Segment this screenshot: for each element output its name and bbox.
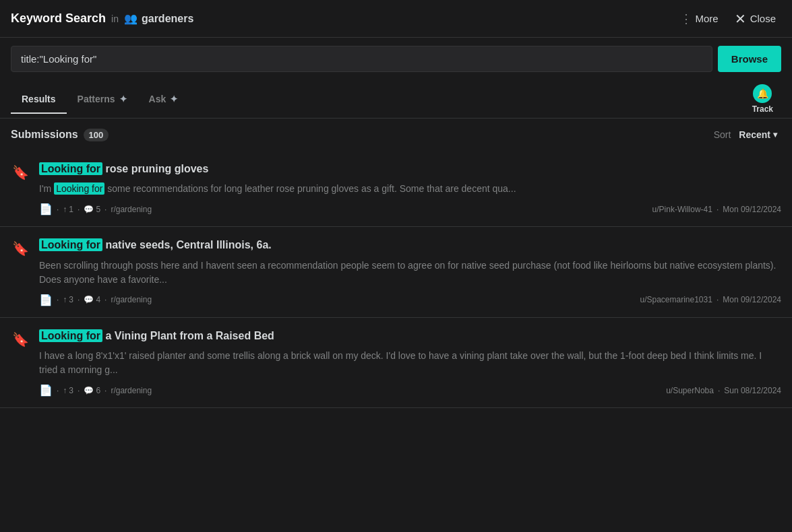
- track-label: Track: [752, 104, 773, 114]
- doc-icon: 📄: [39, 203, 53, 215]
- title-highlight: Looking for: [39, 329, 102, 342]
- votes: ↑ 3: [63, 295, 73, 304]
- comments: 💬 6: [84, 386, 100, 395]
- result-body: Been scrolling through posts here and I …: [39, 259, 781, 287]
- user: u/SuperNoba: [666, 386, 714, 395]
- title-rest: native seeds, Central Illinois, 6a.: [102, 239, 272, 251]
- submissions-label: Submissions: [11, 129, 78, 141]
- comments: 💬 5: [84, 205, 100, 214]
- search-input[interactable]: [11, 46, 712, 72]
- sparkle-icon-ask: ✦: [170, 94, 178, 104]
- dot-separator: ·: [104, 295, 106, 304]
- doc-icon: 📄: [39, 384, 53, 397]
- title-rest: rose pruning gloves: [102, 163, 208, 174]
- subreddit: r/gardening: [111, 205, 152, 214]
- tab-results[interactable]: Results: [11, 84, 67, 114]
- sort-section: Sort Recent ▾: [714, 127, 781, 143]
- result-content: Looking for native seeds, Central Illino…: [39, 238, 781, 306]
- subreddit: r/gardening: [111, 386, 152, 395]
- body-rest-1: some recommendations for long leather ro…: [104, 183, 516, 194]
- vote-count: 1: [69, 205, 73, 214]
- dot-separator: ·: [78, 205, 80, 214]
- date: Mon 09/12/2024: [723, 295, 781, 304]
- meta-right: u/Pink-Willow-41 · Mon 09/12/2024: [652, 205, 781, 214]
- bookmark-icon: 🔖: [11, 163, 30, 182]
- result-title: Looking for a Vining Plant from a Raised…: [39, 329, 781, 343]
- result-meta: 📄 · ↑ 1 · 💬 5 · r/gardening u/Pink-Willo…: [39, 203, 781, 215]
- bookmark-icon: 🔖: [11, 239, 30, 258]
- tab-ask[interactable]: Ask ✦: [138, 84, 189, 114]
- close-button[interactable]: ✕ Close: [729, 8, 781, 30]
- result-title: Looking for rose pruning gloves: [39, 162, 781, 176]
- browse-button[interactable]: Browse: [718, 46, 781, 72]
- sort-label: Sort: [714, 129, 731, 140]
- tab-ask-label: Ask: [149, 94, 166, 104]
- comment-count: 4: [96, 295, 100, 304]
- upvote-icon: ↑: [63, 386, 67, 395]
- header: Keyword Search in 👥 gardeners ⋮ More ✕ C…: [0, 0, 792, 38]
- header-group[interactable]: 👥 gardeners: [124, 12, 193, 25]
- sort-value: Recent: [739, 129, 770, 140]
- user: u/Pink-Willow-41: [652, 205, 712, 214]
- title-highlight: Looking for: [39, 238, 102, 251]
- result-body: I have a long 8'x1'x1' raised planter an…: [39, 349, 781, 377]
- dot-separator: ·: [717, 205, 719, 214]
- meta-right: u/Spacemarine1031 · Mon 09/12/2024: [640, 295, 781, 304]
- title-highlight: Looking for: [39, 162, 102, 175]
- tab-patterns-label: Patterns: [78, 94, 115, 104]
- results-header: Submissions 100 Sort Recent ▾: [0, 119, 792, 151]
- vote-count: 3: [69, 386, 73, 395]
- page-title: Keyword Search: [11, 11, 106, 26]
- meta-right: u/SuperNoba · Sun 08/12/2024: [666, 386, 781, 395]
- dot-separator: ·: [104, 386, 106, 395]
- count-badge: 100: [84, 129, 109, 141]
- bookmark-icon: 🔖: [11, 330, 30, 349]
- dot-separator: ·: [78, 295, 80, 304]
- result-item[interactable]: 🔖 Looking for native seeds, Central Illi…: [0, 227, 792, 317]
- dot-separator: ·: [104, 205, 106, 214]
- close-label: Close: [750, 13, 776, 24]
- more-button[interactable]: ⋮ More: [675, 9, 723, 29]
- date: Mon 09/12/2024: [723, 205, 781, 214]
- more-dots-icon: ⋮: [680, 13, 692, 25]
- tab-results-label: Results: [22, 94, 56, 104]
- result-title: Looking for native seeds, Central Illino…: [39, 238, 781, 253]
- votes: ↑ 3: [63, 386, 73, 395]
- result-meta: 📄 · ↑ 3 · 💬 6 · r/gardening u/SuperNoba …: [39, 384, 781, 397]
- result-content: Looking for a Vining Plant from a Raised…: [39, 329, 781, 397]
- result-content: Looking for rose pruning gloves I'm Look…: [39, 162, 781, 215]
- group-name: gardeners: [142, 13, 193, 25]
- user: u/Spacemarine1031: [640, 295, 712, 304]
- more-label: More: [695, 13, 718, 24]
- tab-patterns[interactable]: Patterns ✦: [67, 84, 138, 114]
- comment-icon: 💬: [84, 386, 94, 395]
- upvote-icon: ↑: [63, 295, 67, 304]
- title-rest: a Vining Plant from a Raised Bed: [102, 330, 274, 341]
- header-in-label: in: [111, 13, 119, 24]
- votes: ↑ 1: [63, 205, 73, 214]
- search-section: Browse: [0, 38, 792, 80]
- sort-button[interactable]: Recent ▾: [735, 127, 781, 143]
- dot-separator: ·: [717, 295, 719, 304]
- results-list: 🔖 Looking for rose pruning gloves I'm Lo…: [0, 151, 792, 408]
- header-right: ⋮ More ✕ Close: [675, 8, 781, 30]
- vote-count: 3: [69, 295, 73, 304]
- bell-icon: 🔔: [753, 84, 772, 103]
- result-item[interactable]: 🔖 Looking for rose pruning gloves I'm Lo…: [0, 151, 792, 227]
- comment-count: 6: [96, 386, 100, 395]
- group-icon: 👥: [124, 12, 138, 25]
- result-body: I'm Looking for some recommendations for…: [39, 182, 781, 196]
- header-left: Keyword Search in 👥 gardeners: [11, 11, 675, 26]
- dot-separator: ·: [57, 386, 59, 395]
- doc-icon: 📄: [39, 294, 53, 306]
- result-item[interactable]: 🔖 Looking for a Vining Plant from a Rais…: [0, 318, 792, 408]
- dot-separator: ·: [57, 205, 59, 214]
- track-button[interactable]: 🔔 Track: [744, 80, 781, 118]
- sparkle-icon-patterns: ✦: [119, 94, 127, 104]
- submissions-title: Submissions 100: [11, 129, 109, 141]
- subreddit: r/gardening: [111, 295, 152, 304]
- chevron-down-icon: ▾: [773, 130, 777, 139]
- dot-separator: ·: [78, 386, 80, 395]
- date: Sun 08/12/2024: [724, 386, 781, 395]
- comment-icon: 💬: [84, 295, 94, 304]
